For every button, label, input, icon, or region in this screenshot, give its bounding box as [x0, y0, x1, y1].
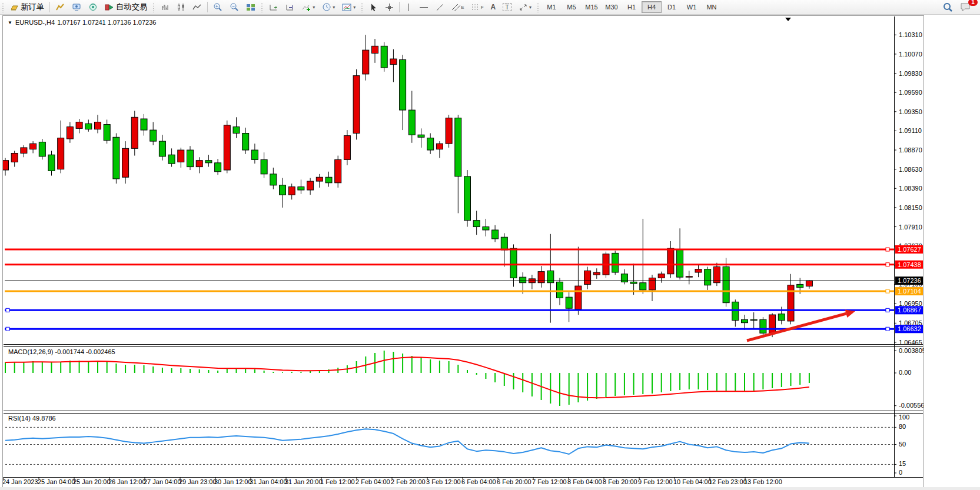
- dropdown-caret: ▾: [353, 5, 356, 10]
- candle-body: [742, 319, 748, 322]
- candle-body: [778, 314, 785, 321]
- candle-body: [501, 237, 507, 250]
- candle-body: [122, 148, 129, 177]
- price-tick-label: 1.06950: [899, 300, 922, 307]
- candle-body: [251, 150, 258, 159]
- rsi-value: 49.8786: [32, 415, 56, 422]
- templates-button[interactable]: ▾: [339, 1, 358, 13]
- time-tick-label: 25 Jan 04:00: [38, 478, 75, 485]
- chart-profile-button[interactable]: [52, 1, 68, 13]
- timeframe-button-MN[interactable]: MN: [702, 1, 722, 13]
- crosshair-icon: [385, 3, 394, 12]
- timeframe-button-M15[interactable]: M15: [582, 1, 602, 13]
- candle-body: [381, 46, 387, 68]
- cursor-icon: [369, 3, 378, 12]
- timeframe-button-D1[interactable]: D1: [662, 1, 682, 13]
- toolbar-grip[interactable]: [536, 2, 540, 12]
- timeframe-button-M5[interactable]: M5: [562, 1, 582, 13]
- price-tick-label: 1.08150: [899, 204, 922, 211]
- market-watch-button[interactable]: [85, 1, 101, 13]
- candle-body: [141, 119, 147, 130]
- text-label-tool-button[interactable]: T: [500, 1, 514, 13]
- candle-body: [806, 281, 812, 286]
- price-chart-canvas[interactable]: 1.103101.100701.098301.095901.093501.091…: [3, 16, 923, 487]
- notification-badge: 1: [968, 0, 978, 6]
- horizontal-line-tool-button[interactable]: [416, 1, 431, 13]
- candle-body: [686, 276, 692, 277]
- arrows-tool-button[interactable]: ▾: [516, 1, 534, 13]
- timeframe-button-M30[interactable]: M30: [602, 1, 622, 13]
- line-handle[interactable]: [6, 308, 9, 312]
- time-tick-label: 31 Jan 04:00: [250, 478, 287, 485]
- candle-body: [455, 118, 461, 176]
- price-tick-label: 1.09590: [899, 89, 922, 96]
- toolbar-grip[interactable]: [260, 2, 264, 12]
- toolbar-grip[interactable]: [360, 2, 364, 12]
- text-tool-button[interactable]: A: [488, 1, 499, 13]
- cursor-tool-button[interactable]: [366, 1, 381, 13]
- candle-body: [11, 153, 18, 162]
- auto-scroll-button[interactable]: [266, 1, 281, 13]
- line-handle[interactable]: [886, 248, 889, 251]
- candlestick-mode-button[interactable]: [174, 1, 188, 13]
- candle-body: [159, 141, 165, 156]
- timeframe-button-M1[interactable]: M1: [542, 1, 562, 13]
- line-handle[interactable]: [886, 263, 889, 266]
- timeframe-button-H4[interactable]: H4: [642, 1, 662, 13]
- trendline-tool-button[interactable]: [433, 1, 447, 13]
- toolbar-grip[interactable]: [152, 2, 156, 12]
- indicators-button[interactable]: ▾: [299, 1, 318, 13]
- gold-chart-icon: [55, 3, 65, 12]
- chart-shift-icon: [285, 3, 295, 12]
- candle-body: [492, 230, 499, 239]
- chart-shift-button[interactable]: [283, 1, 298, 13]
- macd-values: -0.001744 -0.002465: [55, 348, 115, 355]
- candle-body: [769, 315, 776, 333]
- candle-body: [224, 125, 230, 170]
- periods-button[interactable]: ▾: [319, 1, 338, 13]
- tile-windows-icon: [246, 3, 255, 12]
- chart-symbol-header[interactable]: ▼ EURUSD-,H4 1.07167 1.07241 1.07136 1.0…: [8, 19, 158, 26]
- rsi-tick-label: 0: [899, 469, 902, 476]
- zoom-out-button[interactable]: [227, 1, 242, 13]
- timeframe-button-H1[interactable]: H1: [622, 1, 642, 13]
- candle-body: [584, 271, 591, 284]
- candle-body: [372, 46, 378, 53]
- line-handle[interactable]: [886, 289, 889, 293]
- toolbar-grip[interactable]: [1, 2, 5, 12]
- line-handle[interactable]: [886, 327, 889, 331]
- equidistant-channel-tool-button[interactable]: E: [449, 1, 467, 13]
- tile-windows-button[interactable]: [243, 1, 258, 13]
- candle-body: [3, 161, 9, 170]
- candle-body: [667, 248, 674, 274]
- chart-shift-marker-icon[interactable]: [785, 18, 791, 21]
- line-handle[interactable]: [6, 327, 9, 331]
- candle-body: [566, 297, 572, 308]
- time-tick-label: 30 Jan 12:00: [214, 478, 252, 485]
- line-chart-mode-button[interactable]: [190, 1, 205, 13]
- search-button[interactable]: [940, 1, 956, 13]
- chart-ohlc-values: 1.07167 1.07241 1.07136 1.07236: [57, 19, 156, 26]
- fibonacci-tool-button[interactable]: F: [469, 1, 487, 13]
- candle-body: [575, 286, 582, 309]
- candle-body: [658, 274, 665, 278]
- price-tag-label: 1.07627: [898, 246, 921, 253]
- bar-chart-mode-button[interactable]: [158, 1, 172, 13]
- price-axis[interactable]: [894, 35, 896, 473]
- candle-body: [797, 284, 803, 287]
- macd-pane-label: MACD(12,26,9) -0.001744 -0.002465: [8, 348, 115, 355]
- zoom-in-button[interactable]: [210, 1, 225, 13]
- candle-body: [363, 50, 369, 74]
- toolbar: 新订单 自动交易 ▾ ▾: [0, 0, 980, 15]
- price-tick-label: 1.09110: [899, 127, 922, 134]
- price-tag-label: 1.07236: [898, 277, 921, 284]
- expert-advisors-button[interactable]: [69, 1, 84, 13]
- candle-body: [723, 267, 729, 303]
- time-tick-label: 26 Jan 12:00: [108, 478, 146, 485]
- vertical-line-tool-button[interactable]: [402, 1, 415, 13]
- auto-trading-button[interactable]: 自动交易: [102, 1, 150, 13]
- timeframe-button-W1[interactable]: W1: [682, 1, 702, 13]
- crosshair-tool-button[interactable]: [382, 1, 397, 13]
- line-handle[interactable]: [886, 308, 889, 312]
- new-order-button[interactable]: 新订单: [7, 1, 47, 13]
